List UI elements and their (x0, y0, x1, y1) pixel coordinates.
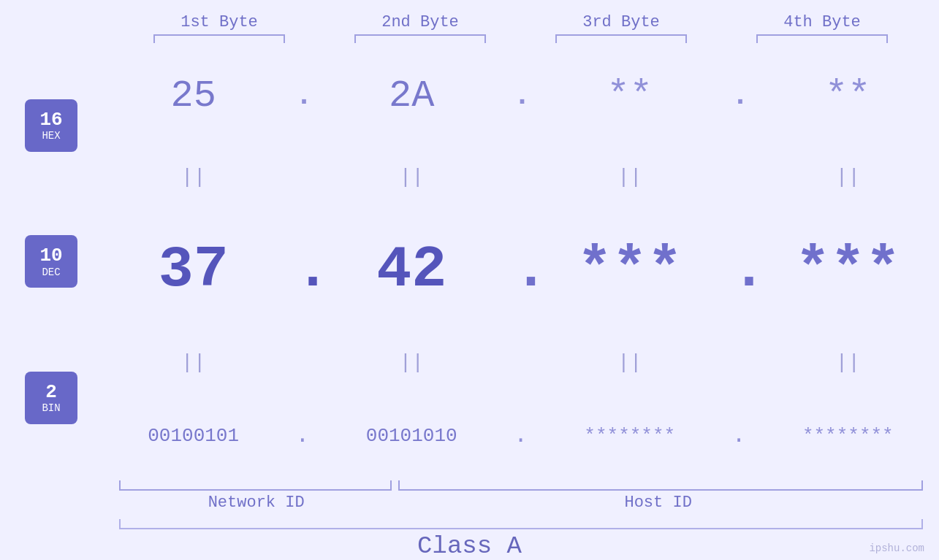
bracket-byte2 (354, 34, 486, 43)
bin-badge: 2 BIN (25, 372, 77, 424)
eq1-b1: || (113, 166, 274, 188)
network-id-label: Network ID (119, 494, 394, 512)
hex-label: HEX (42, 130, 60, 142)
dec-b3: *** (550, 237, 710, 303)
dec-badge: 10 DEC (25, 235, 77, 288)
dec-b4: *** (767, 237, 928, 303)
hex-dot2: . (513, 80, 528, 112)
bin-b2: 00101010 (331, 425, 492, 447)
watermark: ipshu.com (869, 542, 924, 554)
values-area: 25 . 2A . ** . ** || || (102, 43, 939, 480)
dec-b2: 42 (331, 237, 492, 303)
host-bracket (398, 480, 922, 491)
bin-dot2: . (513, 422, 528, 449)
hex-row: 25 . 2A . ** . ** (102, 74, 939, 118)
dec-dot1: . (295, 237, 310, 303)
dec-number: 10 (39, 245, 62, 266)
bracket-byte1 (153, 34, 285, 43)
eq1-b2: || (331, 166, 492, 188)
dec-label: DEC (42, 266, 60, 278)
byte4-header: 4th Byte (742, 13, 902, 31)
class-label-row: Class A (0, 532, 939, 560)
hex-b1: 25 (113, 74, 274, 118)
dec-dot2: . (513, 237, 528, 303)
main-area: 16 HEX 10 DEC 2 BIN 25 . 2A (0, 43, 939, 480)
equals-row-2: || || || || (102, 351, 939, 374)
dec-dot3: . (731, 237, 746, 303)
byte3-header: 3rd Byte (541, 13, 702, 31)
hex-dot3: . (731, 80, 746, 112)
dec-row: 37 . 42 . *** . *** (102, 237, 939, 303)
class-a-label: Class A (417, 532, 522, 560)
eq2-b4: || (767, 351, 928, 374)
hex-b2: 2A (331, 74, 492, 118)
bin-b3: ******** (550, 425, 710, 447)
equals-row-1: || || || || (102, 166, 939, 188)
hex-b4: ** (767, 74, 928, 118)
hex-dot1: . (295, 80, 310, 112)
eq2-b1: || (113, 351, 274, 374)
bin-label: BIN (42, 402, 60, 414)
eq2-b2: || (331, 351, 492, 374)
hex-number: 16 (39, 110, 62, 131)
bin-row: 00100101 . 00101010 . ******** . *******… (102, 422, 939, 449)
hex-b3: ** (550, 74, 710, 118)
eq1-b4: || (767, 166, 928, 188)
base-labels: 16 HEX 10 DEC 2 BIN (0, 43, 102, 480)
bin-b1: 00100101 (113, 425, 274, 447)
host-id-label: Host ID (394, 494, 923, 512)
bin-b4: ******** (767, 425, 928, 447)
byte2-header: 2nd Byte (340, 13, 501, 31)
bin-number: 2 (45, 382, 57, 403)
byte1-header: 1st Byte (139, 13, 300, 31)
bracket-byte3 (555, 34, 687, 43)
bottom-brackets (119, 480, 923, 491)
bin-dot3: . (731, 422, 746, 449)
bin-dot1: . (295, 422, 310, 449)
eq1-b3: || (550, 166, 710, 188)
class-bracket-row (119, 519, 923, 529)
class-full-bracket (119, 519, 923, 529)
eq2-b3: || (550, 351, 710, 374)
network-bracket (119, 480, 392, 491)
dec-b1: 37 (113, 237, 274, 303)
id-labels-row: Network ID Host ID (119, 494, 923, 512)
header-row: 1st Byte 2nd Byte 3rd Byte 4th Byte (119, 13, 923, 31)
hex-badge: 16 HEX (25, 99, 77, 152)
bracket-byte4 (756, 34, 888, 43)
top-bracket-row (119, 34, 923, 43)
main-container: 1st Byte 2nd Byte 3rd Byte 4th Byte 16 H… (0, 0, 939, 560)
